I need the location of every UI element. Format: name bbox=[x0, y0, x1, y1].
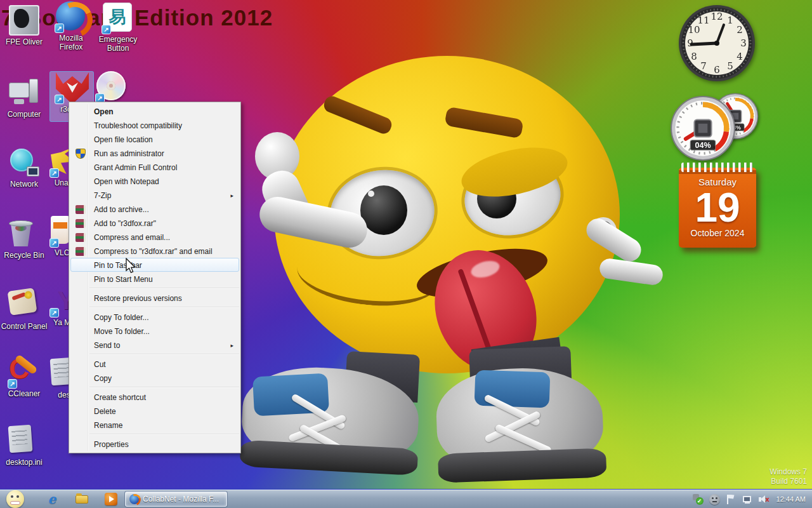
mouse-cursor bbox=[126, 258, 137, 277]
svg-text:5: 5 bbox=[727, 60, 733, 72]
explorer-folder-icon[interactable] bbox=[75, 493, 88, 505]
menu-item-create-shortcut[interactable]: Create shortcut bbox=[70, 390, 239, 404]
menu-item-label: Compress to "r3dfox.rar" and email bbox=[94, 247, 213, 256]
clock-gadget[interactable]: 12 1 2 3 4 5 6 7 8 9 10 11 bbox=[678, 4, 756, 83]
desktop-icon-ccleaner[interactable]: C CCleaner bbox=[0, 357, 48, 398]
menu-item-delete[interactable]: Delete bbox=[70, 404, 239, 418]
media-player-icon[interactable] bbox=[105, 493, 117, 505]
shortcut-arrow-icon bbox=[49, 308, 59, 318]
menu-separator bbox=[89, 307, 239, 308]
task-label: CollabNet - Mozilla F... bbox=[143, 495, 219, 504]
svg-text:8: 8 bbox=[691, 51, 697, 62]
menu-item-restore-previous-versions[interactable]: Restore previous versions bbox=[70, 291, 239, 305]
menu-item-label: Open file location bbox=[94, 135, 153, 144]
menu-item-7zip[interactable]: 7-Zip▸ bbox=[70, 188, 239, 202]
character-eye-glint bbox=[368, 190, 374, 197]
menu-item-label: Open with Notepad bbox=[94, 177, 159, 186]
menu-item-troubleshoot-compatibility[interactable]: Troubleshoot compatibility bbox=[70, 118, 239, 132]
menu-item-label: Copy bbox=[94, 374, 112, 383]
icon-label: Recycle Bin bbox=[0, 251, 48, 260]
volume-muted-icon[interactable]: x bbox=[759, 494, 769, 505]
menu-separator bbox=[89, 354, 239, 355]
menu-item-label: Add to "r3dfox.rar" bbox=[94, 219, 156, 228]
network-tray-icon[interactable] bbox=[742, 494, 753, 505]
calendar-day: 19 bbox=[679, 187, 756, 228]
svg-text:4: 4 bbox=[737, 51, 743, 62]
desktop-icon-control-panel[interactable]: Control Panel bbox=[0, 287, 48, 331]
internet-explorer-icon[interactable]: e bbox=[46, 493, 58, 505]
context-menu: Open Troubleshoot compatibility Open fil… bbox=[69, 102, 241, 453]
icon-label: CCleaner bbox=[0, 389, 48, 398]
taskbar-clock[interactable]: 12:44 AM bbox=[775, 495, 808, 503]
ini-file-icon bbox=[8, 425, 33, 453]
menu-item-label: Create shortcut bbox=[94, 393, 146, 402]
menu-item-move-to-folder[interactable]: Move To folder... bbox=[70, 324, 239, 338]
menu-item-add-to-r3dfox-rar[interactable]: Add to "r3dfox.rar" bbox=[70, 216, 239, 230]
menu-item-label: Compress and email... bbox=[94, 233, 170, 242]
menu-item-compress-to-r3dfox-rar-and-email[interactable]: Compress to "r3dfox.rar" and email bbox=[70, 244, 239, 258]
cpu-meter-gadget[interactable]: 04% bbox=[670, 95, 736, 161]
start-smiley-mouth bbox=[10, 501, 20, 505]
desktop-icon-emergency-button[interactable]: 易 Emergency Button bbox=[94, 3, 142, 53]
desktop-icon-desktop-ini[interactable]: desktop.ini bbox=[0, 424, 48, 467]
menu-item-grant-admin-full-control[interactable]: Grant Admin Full Control bbox=[70, 160, 239, 174]
fpe-oliver-icon bbox=[9, 5, 39, 36]
menu-item-label: Troubleshoot compatibility bbox=[94, 121, 182, 130]
icon-label: Emergency Button bbox=[94, 35, 142, 53]
calendar-spiral bbox=[681, 163, 754, 172]
icon-label: Computer bbox=[0, 110, 48, 119]
desktop-icon-firefox[interactable]: Mozilla Firefox bbox=[47, 1, 95, 51]
icon-label: Network bbox=[0, 180, 48, 189]
menu-item-label: Run as administrator bbox=[94, 149, 164, 158]
menu-item-cut[interactable]: Cut bbox=[70, 357, 239, 371]
winrar-icon bbox=[75, 219, 86, 228]
menu-item-run-as-administrator[interactable]: Run as administrator bbox=[70, 146, 239, 160]
desktop-icon-recycle-bin[interactable]: Recycle Bin bbox=[0, 217, 48, 260]
menu-item-label: 7-Zip bbox=[94, 191, 111, 200]
smiley-tray-icon[interactable] bbox=[709, 494, 720, 505]
winrar-icon bbox=[75, 205, 86, 214]
svg-text:12: 12 bbox=[710, 11, 723, 22]
desktop-wallpaper: 7 Bos ar Edition 2012 bbox=[0, 0, 812, 508]
clock-minute-hand bbox=[691, 43, 717, 44]
character-right-shoe bbox=[434, 345, 610, 487]
calendar-gadget[interactable]: Saturday 19 October 2024 bbox=[679, 168, 756, 248]
menu-separator bbox=[89, 387, 239, 388]
shoe-sole bbox=[438, 448, 606, 483]
shortcut-arrow-icon bbox=[49, 168, 59, 178]
uac-shield-icon bbox=[75, 149, 86, 159]
icon-label: Control Panel bbox=[0, 322, 48, 331]
menu-item-label: Grant Admin Full Control bbox=[94, 163, 177, 172]
recycle-bin-icon bbox=[12, 218, 36, 246]
character-hand-tube bbox=[598, 257, 664, 286]
menu-item-label: Pin to Start Menu bbox=[94, 275, 153, 284]
antivirus-tray-icon[interactable]: ✓ bbox=[693, 494, 704, 505]
cpu-percent: 04% bbox=[695, 141, 711, 150]
menu-item-label: Add to archive... bbox=[94, 205, 149, 214]
desktop-icon-disc[interactable] bbox=[95, 71, 128, 102]
menu-item-copy-to-folder[interactable]: Copy To folder... bbox=[70, 310, 239, 324]
menu-item-properties[interactable]: Properties bbox=[70, 437, 239, 451]
menu-item-send-to[interactable]: Send to▸ bbox=[70, 338, 239, 352]
menu-item-label: Send to bbox=[94, 341, 120, 350]
menu-item-pin-to-start-menu[interactable]: Pin to Start Menu bbox=[70, 272, 239, 286]
shortcut-arrow-icon bbox=[55, 23, 64, 33]
start-button[interactable] bbox=[6, 490, 24, 508]
menu-item-pin-to-taskbar[interactable]: Pin to Taskbar bbox=[70, 258, 239, 272]
menu-item-open[interactable]: Open bbox=[70, 104, 239, 118]
menu-item-open-with-notepad[interactable]: Open with Notepad bbox=[70, 174, 239, 188]
taskbar-task-collabnet[interactable]: CollabNet - Mozilla F... bbox=[125, 491, 227, 507]
menu-item-compress-and-email[interactable]: Compress and email... bbox=[70, 230, 239, 244]
desktop-icon-computer[interactable]: Computer bbox=[0, 77, 48, 119]
menu-item-add-to-archive[interactable]: Add to archive... bbox=[70, 202, 239, 216]
action-center-flag-icon[interactable] bbox=[726, 494, 737, 505]
menu-item-rename[interactable]: Rename bbox=[70, 418, 239, 432]
menu-item-label: Rename bbox=[94, 421, 122, 430]
menu-item-open-file-location[interactable]: Open file location bbox=[70, 132, 239, 146]
desktop-icon-network[interactable]: Network bbox=[0, 147, 48, 189]
shortcut-arrow-icon bbox=[49, 238, 59, 248]
submenu-arrow-icon: ▸ bbox=[230, 189, 233, 203]
menu-item-copy[interactable]: Copy bbox=[70, 371, 239, 385]
windows-watermark: Windows 7 Build 7601 bbox=[769, 467, 807, 486]
desktop-icon-fpe-oliver[interactable]: FPE Oliver bbox=[0, 3, 48, 46]
